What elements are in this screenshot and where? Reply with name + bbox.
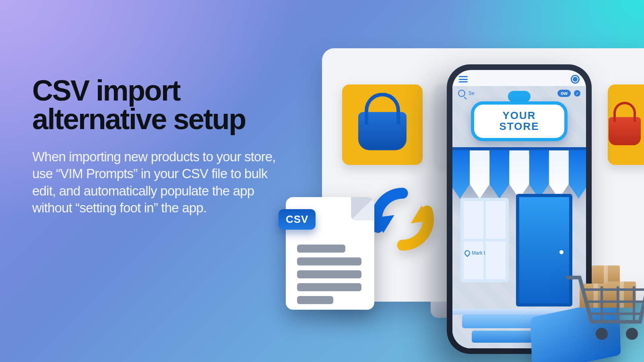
hamburger-menu-icon <box>459 76 468 82</box>
status-chip: ow <box>557 90 571 97</box>
store-sign: YOUR STORE <box>471 101 568 141</box>
sync-arrows-icon <box>368 185 437 253</box>
svg-point-6 <box>596 328 608 340</box>
store-sign-line-2: STORE <box>481 121 557 132</box>
map-pin-icon: Mark t <box>464 250 485 256</box>
search-icon <box>458 90 465 97</box>
page-fold <box>351 197 374 220</box>
headline: CSV import alternative setup <box>32 76 294 133</box>
promo-slide: CSV import alternative setup When import… <box>0 0 644 362</box>
doc-line <box>297 245 345 253</box>
doc-line <box>297 296 333 304</box>
sign-post <box>508 91 530 102</box>
svg-point-7 <box>626 328 638 340</box>
shopping-cart-icon <box>564 261 644 342</box>
csv-file-icon: CSV <box>286 197 374 310</box>
doc-line <box>297 257 361 265</box>
copy-block: CSV import alternative setup When import… <box>32 76 294 216</box>
user-avatar-icon <box>571 75 580 84</box>
purse-icon <box>609 117 641 145</box>
check-circle-icon: ✓ <box>574 90 580 97</box>
headline-line-2: alternative setup <box>32 103 246 135</box>
store-sign-line-1: YOUR <box>481 110 557 121</box>
handbag-icon <box>358 112 407 150</box>
awning <box>452 150 586 199</box>
app-topbar <box>459 74 580 84</box>
illustration-stage: CSV Se ow ✓ <box>282 48 644 362</box>
headline-line-1: CSV import <box>32 74 180 107</box>
product-tile-handbag <box>342 84 423 165</box>
store-window <box>460 198 509 282</box>
csv-badge: CSV <box>279 209 316 230</box>
body-text: When importing new products to your stor… <box>32 148 294 216</box>
doc-line <box>297 283 361 291</box>
doc-line <box>297 270 361 278</box>
search-placeholder-fragment: Se <box>469 90 475 96</box>
product-tile-purse <box>608 84 644 165</box>
